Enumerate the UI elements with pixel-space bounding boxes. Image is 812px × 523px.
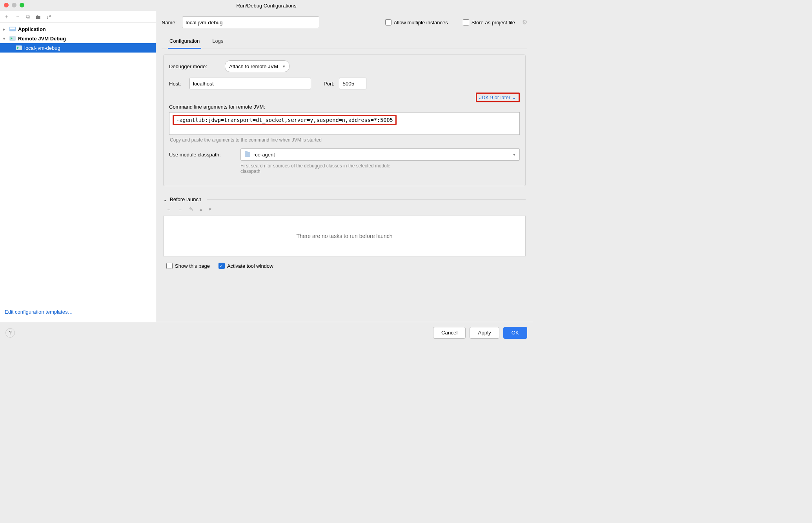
tree-node-label: local-jvm-debug: [24, 45, 60, 51]
module-classpath-select[interactable]: rce-agent: [240, 148, 520, 161]
add-task-icon[interactable]: ＋: [166, 206, 171, 213]
dialog-footer: ? Cancel Apply OK: [0, 322, 533, 343]
help-button[interactable]: ?: [5, 328, 15, 338]
host-label: Host:: [169, 81, 185, 87]
gear-icon[interactable]: ⚙: [522, 19, 527, 26]
host-input[interactable]: [189, 78, 311, 89]
before-launch-tasklist: There are no tasks to run before launch: [163, 216, 526, 256]
cmd-args-box[interactable]: -agentlib:jdwp=transport=dt_socket,serve…: [169, 112, 520, 135]
close-window-icon[interactable]: [4, 3, 9, 7]
cmd-hint: Copy and paste the arguments to the comm…: [170, 137, 519, 143]
tree-node-local-jvm-debug[interactable]: local-jvm-debug: [0, 43, 156, 53]
show-this-page-label: Show this page: [175, 263, 210, 269]
configuration-panel: Debugger mode: Attach to remote JVM Host…: [163, 54, 526, 186]
checked-icon: ✓: [218, 263, 225, 269]
before-launch-empty: There are no tasks to run before launch: [296, 233, 392, 239]
jdk-version-value: JDK 9 or later: [479, 94, 510, 100]
edit-templates-link[interactable]: Edit configuration templates…: [5, 309, 73, 315]
module-label: Use module classpath:: [169, 152, 236, 158]
copy-icon[interactable]: ⧉: [26, 13, 30, 20]
application-icon: [9, 27, 16, 31]
tree-node-application[interactable]: ▸ Application: [0, 24, 156, 34]
content: Name: Allow multiple instances Store as …: [156, 11, 533, 322]
store-project-label: Store as project file: [472, 20, 515, 25]
remove-icon[interactable]: －: [15, 13, 20, 20]
window-title: Run/Debug Configurations: [236, 3, 296, 9]
move-up-icon[interactable]: ▴: [200, 206, 202, 213]
allow-multiple-checkbox[interactable]: Allow multiple instances: [385, 19, 448, 25]
before-launch-label: Before launch: [170, 196, 201, 202]
edit-task-icon[interactable]: ✎: [189, 206, 193, 213]
debugger-mode-value: Attach to remote JVM: [229, 64, 278, 69]
config-tabs: Configuration Logs: [162, 33, 527, 49]
debugger-mode-label: Debugger mode:: [169, 64, 220, 69]
module-hint: First search for sources of the debugged…: [240, 163, 409, 174]
chevron-down-icon: ⌄: [512, 94, 516, 100]
port-label: Port:: [324, 81, 334, 87]
tree-node-remote-jvm-debug[interactable]: ▾ Remote JVM Debug: [0, 34, 156, 43]
cancel-button[interactable]: Cancel: [433, 327, 466, 339]
chevron-down-icon: ⌄: [163, 196, 167, 202]
window-controls: [4, 3, 24, 7]
allow-multiple-input[interactable]: [385, 19, 391, 25]
show-this-page-input[interactable]: [166, 263, 173, 269]
sort-icon[interactable]: ↓ª: [46, 14, 51, 20]
sidebar-toolbar: ＋ － ⧉ 🖿 ↓ª: [0, 11, 156, 23]
before-launch-header[interactable]: ⌄ Before launch: [163, 196, 526, 202]
name-label: Name:: [162, 20, 177, 25]
activate-tool-window-label: Activate tool window: [227, 263, 273, 269]
tree-node-label: Application: [18, 26, 46, 32]
remove-task-icon[interactable]: －: [178, 206, 183, 213]
sidebar: ＋ － ⧉ 🖿 ↓ª ▸ Application ▾ Remote JVM De…: [0, 11, 156, 322]
store-project-input[interactable]: [463, 19, 469, 25]
zoom-window-icon[interactable]: [20, 3, 24, 7]
before-launch-section: ⌄ Before launch ＋ － ✎ ▴ ▾ There are no t…: [163, 196, 526, 269]
chevron-right-icon: ▸: [3, 27, 7, 31]
tree-node-label: Remote JVM Debug: [18, 36, 66, 42]
before-launch-toolbar: ＋ － ✎ ▴ ▾: [163, 202, 526, 216]
remote-debug-icon: [9, 36, 16, 41]
apply-button[interactable]: Apply: [470, 327, 499, 339]
save-icon[interactable]: 🖿: [35, 14, 41, 20]
minimize-window-icon[interactable]: [12, 3, 16, 7]
move-down-icon[interactable]: ▾: [209, 206, 211, 213]
store-project-checkbox[interactable]: Store as project file: [463, 19, 515, 25]
allow-multiple-label: Allow multiple instances: [394, 20, 448, 25]
titlebar: Run/Debug Configurations: [0, 0, 533, 11]
debugger-mode-select[interactable]: Attach to remote JVM: [225, 60, 289, 72]
ok-button[interactable]: OK: [503, 327, 527, 339]
activate-tool-window-checkbox[interactable]: ✓ Activate tool window: [218, 263, 273, 269]
name-input[interactable]: [182, 16, 319, 28]
folder-icon: [245, 152, 250, 157]
module-value: rce-agent: [253, 152, 275, 158]
add-icon[interactable]: ＋: [4, 13, 9, 20]
port-input[interactable]: [339, 78, 366, 89]
show-this-page-checkbox[interactable]: Show this page: [166, 263, 210, 269]
cmd-args-value: -agentlib:jdwp=transport=dt_socket,serve…: [173, 115, 397, 125]
jdk-version-select[interactable]: JDK 9 or later ⌄: [476, 93, 520, 102]
cmd-args-label: Command line arguments for remote JVM:: [169, 104, 520, 110]
chevron-down-icon: ▾: [3, 36, 7, 41]
run-config-icon: [16, 45, 22, 50]
tab-logs[interactable]: Logs: [211, 36, 225, 49]
config-tree: ▸ Application ▾ Remote JVM Debug local-j…: [0, 23, 156, 305]
tab-configuration[interactable]: Configuration: [168, 36, 201, 49]
